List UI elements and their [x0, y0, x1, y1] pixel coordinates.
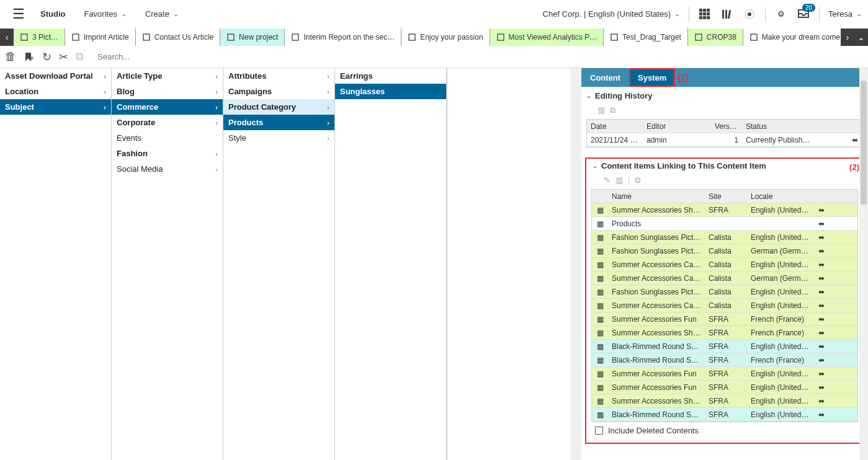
studio-menu[interactable]: Studio	[40, 9, 65, 19]
row-action-icon[interactable]: ⬌	[814, 301, 829, 310]
document-tab[interactable]: Interim Report on the sec…	[285, 29, 401, 46]
table-row[interactable]: ▦Summer Accessories FunSFRAEnglish (Unit…	[592, 367, 857, 381]
row-action-icon[interactable]: ⬌	[814, 369, 829, 378]
user-menu[interactable]: Teresa⌄	[828, 9, 862, 19]
row-action-icon[interactable]: ⬌	[814, 219, 829, 228]
menu-icon[interactable]: ☰	[6, 6, 31, 22]
panel-gutter[interactable]	[570, 68, 581, 460]
row-action-icon[interactable]: ⬌	[814, 206, 829, 215]
browser-column: Article Type›Blog›Commerce›Corporate›Eve…	[112, 68, 223, 460]
delete-icon[interactable]: 🗑	[5, 50, 16, 63]
table-row[interactable]: ▦Summer Accessories Cam…CalistaEnglish (…	[592, 299, 857, 312]
browser-item[interactable]: Events	[112, 130, 223, 146]
row-action-icon[interactable]: ⬌	[814, 288, 829, 296]
bookmark-icon[interactable]: +	[24, 51, 35, 63]
table-row[interactable]: ▦Summer Accessories Shop…SFRAEnglish (Un…	[592, 394, 857, 408]
browser-item[interactable]: Product Category›	[223, 99, 334, 115]
document-tab[interactable]: CROP38	[688, 29, 743, 46]
browser-item[interactable]: Style›	[223, 130, 334, 146]
row-action-icon[interactable]: ⬌	[814, 274, 829, 283]
table-row[interactable]: ▦Summer Accessories Shop…SFRAFrench (Fra…	[592, 326, 857, 340]
table-row[interactable]: ▦Fashion Sunglasses PictureCalistaGerman…	[592, 244, 857, 258]
library-icon[interactable]: ▥	[615, 175, 623, 185]
favorites-menu[interactable]: Favorites⌄	[84, 9, 126, 19]
table-row[interactable]: ▦Summer Accessories FunSFRAFrench (Franc…	[592, 312, 857, 326]
create-menu[interactable]: Create⌄	[145, 9, 179, 19]
svg-rect-4	[703, 12, 706, 15]
browser-item[interactable]: Fashion›	[112, 146, 223, 161]
target-icon[interactable]	[743, 7, 756, 21]
row-action-icon[interactable]: ⬌	[814, 247, 829, 255]
browser-item[interactable]: Corporate›	[112, 115, 223, 130]
row-action-icon[interactable]: ⬌	[814, 410, 829, 419]
document-tab[interactable]: 3 Pict…	[14, 29, 65, 46]
row-action-icon[interactable]: ⬌	[814, 329, 829, 337]
search-input[interactable]	[97, 52, 863, 61]
copy-icon[interactable]: ⧉	[635, 175, 640, 185]
browser-item[interactable]: Earrings	[335, 68, 446, 84]
item-label: Campaigns	[228, 87, 272, 96]
browser-item[interactable]: Article Type›	[112, 68, 223, 84]
section-header-linking[interactable]: ⌄ Content Items Linking to This Content …	[588, 159, 862, 173]
row-action-icon[interactable]: ⬌	[814, 260, 829, 269]
document-tab[interactable]: Enjoy your passion	[401, 29, 490, 46]
browser-item[interactable]: Social Media›	[112, 161, 223, 177]
table-row[interactable]: ▦Summer Accessories Shop…SFRAEnglish (Un…	[592, 203, 857, 217]
row-action-icon[interactable]: ⬌	[814, 397, 829, 405]
edit-icon[interactable]: ✎	[604, 175, 611, 185]
browser-item[interactable]: Subject›	[0, 99, 111, 115]
document-tab[interactable]: New project	[220, 29, 285, 46]
inbox-icon[interactable]: 20	[797, 7, 810, 21]
table-row[interactable]: ▦Summer Accessories Cam…CalistaGerman (G…	[592, 272, 857, 285]
table-row[interactable]: ▦Summer Accessories FunSFRAEnglish (Unit…	[592, 381, 857, 394]
browser-item[interactable]: Products›	[223, 115, 334, 130]
browser-item[interactable]: Asset Download Portal›	[0, 68, 111, 84]
row-action-icon[interactable]: ⬌	[814, 383, 829, 392]
browser-item[interactable]: Attributes›	[223, 68, 334, 84]
document-tab[interactable]: Most Viewed Analytics P…	[490, 29, 604, 46]
site-locale-selector[interactable]: Chef Corp. | English (United States)⌄	[543, 9, 680, 19]
content-type-icon: ▦	[592, 219, 608, 228]
browser-item[interactable]: Campaigns›	[223, 84, 334, 99]
cut-icon[interactable]: ✂	[59, 50, 68, 64]
tab-content[interactable]: Content	[581, 68, 629, 87]
table-row[interactable]: 2021/11/24 6:…admin1Currently Publish…⬌	[587, 133, 862, 147]
section-header-editing-history[interactable]: ⌄ Editing History	[581, 89, 868, 103]
table-row[interactable]: ▦Fashion Sunglasses PictureCalistaEnglis…	[592, 231, 857, 244]
table-row[interactable]: ▦Summer Accessories Cam…CalistaEnglish (…	[592, 258, 857, 272]
table-row[interactable]: ▦Black-Rimmed Round Sung…SFRAEnglish (Un…	[592, 408, 857, 422]
browser-item[interactable]: Blog›	[112, 84, 223, 99]
browser-item[interactable]: Location›	[0, 84, 111, 99]
gear-icon[interactable]: ⚙	[774, 7, 788, 21]
include-deleted-row[interactable]: Include Deleted Contents	[588, 422, 862, 439]
row-action-icon[interactable]: ⬌	[814, 356, 829, 365]
scrollbar[interactable]	[859, 68, 868, 460]
search-field[interactable]	[97, 52, 863, 61]
tabs-scroll-right[interactable]: ›	[841, 29, 854, 46]
table-row[interactable]: ▦Products⬌	[592, 217, 857, 231]
browser-item[interactable]: Sunglasses	[335, 84, 446, 99]
tabs-dropdown[interactable]: ⌄	[854, 29, 868, 46]
row-action-icon[interactable]: ⬌	[814, 233, 829, 242]
restore-icon[interactable]: ⧉	[610, 105, 615, 115]
tabs-scroll-left[interactable]: ‹	[0, 29, 14, 46]
compare-icon[interactable]: ▥	[597, 105, 605, 115]
library-icon[interactable]	[720, 7, 734, 21]
content-type-icon: ▦	[592, 315, 608, 324]
tab-system[interactable]: System	[629, 68, 675, 87]
copy-icon[interactable]: ⧉	[76, 50, 84, 63]
row-action-icon[interactable]: ⬌	[814, 342, 829, 351]
row-action-icon[interactable]: ⬌	[814, 315, 829, 324]
document-tab[interactable]: Test_Drag_Target	[604, 29, 688, 46]
refresh-icon[interactable]: ↻	[42, 50, 51, 64]
document-tab[interactable]: Imprint Article	[65, 29, 136, 46]
table-row[interactable]: ▦Black-Rimmed Round Sung…SFRAFrench (Fra…	[592, 353, 857, 367]
browser-item[interactable]: Commerce›	[112, 99, 223, 115]
document-tab[interactable]: Contact Us Article	[136, 29, 220, 46]
checkbox-icon[interactable]	[595, 427, 603, 435]
item-label: Fashion	[117, 149, 148, 158]
table-row[interactable]: ▦Fashion Sunglasses PictureCalistaEnglis…	[592, 285, 857, 299]
table-row[interactable]: ▦Black-Rimmed Round Sung…SFRAEnglish (Un…	[592, 340, 857, 353]
document-tab[interactable]: Make your dream come	[743, 29, 841, 46]
apps-icon[interactable]	[698, 7, 712, 21]
